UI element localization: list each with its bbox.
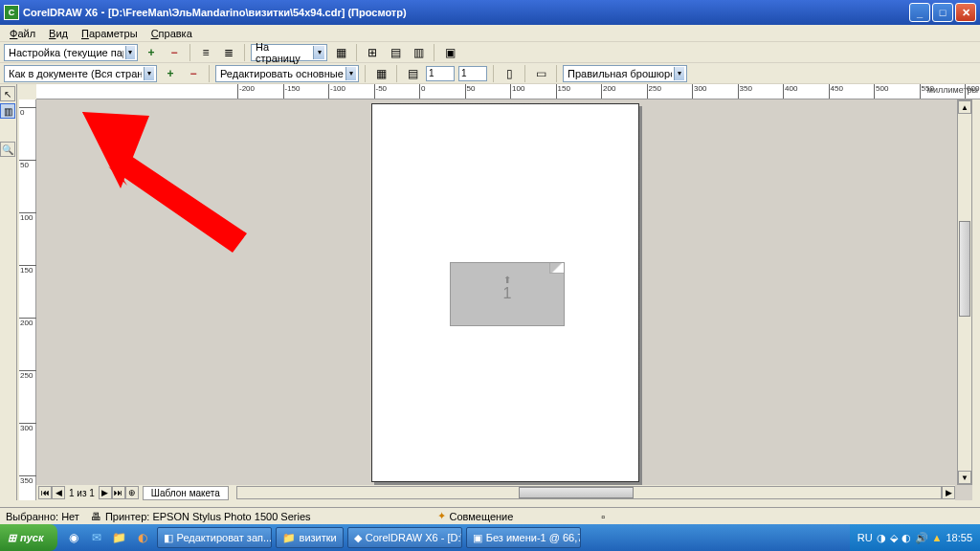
menu-view[interactable]: Вид xyxy=(43,27,74,40)
hint-icon: ✦ xyxy=(437,510,446,522)
card-placeholder[interactable]: ⬆ 1 xyxy=(450,262,565,326)
ruler-vertical: 050100150200250300350 xyxy=(19,99,36,500)
selection-status: Выбранно: Нет xyxy=(6,511,79,522)
booklet-combo[interactable]: Правильная брошюровк▾ xyxy=(563,65,687,82)
menu-file[interactable]: Файл xyxy=(4,27,41,40)
close-button[interactable]: ✕ xyxy=(955,3,976,22)
corel-icon: ◆ xyxy=(354,532,362,544)
task-1[interactable]: ◧Редактироват зап... xyxy=(157,527,272,548)
folder-icon: 📁 xyxy=(282,532,296,544)
add-page-button[interactable]: ⊕ xyxy=(125,486,139,499)
add-button[interactable]: + xyxy=(142,43,161,62)
align-center-icon[interactable]: ≣ xyxy=(219,43,238,62)
ql-icon-3[interactable]: 📁 xyxy=(109,527,130,548)
tool-btn-4[interactable]: ▥ xyxy=(409,43,428,62)
svg-marker-0 xyxy=(82,112,247,253)
tool-btn-1[interactable]: ▦ xyxy=(331,43,350,62)
window-titlebar: C CorelDRAW X6 - [D:\FreeMan\ЭльMandarin… xyxy=(0,0,980,25)
svg-marker-1 xyxy=(82,112,149,188)
preset-combo[interactable]: Настройка (текущие парамет...▾ xyxy=(4,44,138,61)
quick-launch: ◉ ✉ 📁 ◐ xyxy=(63,527,153,548)
page-tab[interactable]: Шаблон макета xyxy=(143,486,229,500)
next-page-button[interactable]: ▶ xyxy=(99,486,112,499)
toolbar-1: Настройка (текущие парамет...▾ + − ≡ ≣ Н… xyxy=(0,42,980,63)
first-page-button[interactable]: ⏮ xyxy=(38,486,52,499)
imposition-tool-icon[interactable]: ▥ xyxy=(0,103,15,119)
printer-status: 🖶 Принтер: EPSON Stylus Photo 1500 Serie… xyxy=(91,511,311,522)
vertical-scrollbar[interactable]: ▲ ▼ xyxy=(957,99,972,485)
zoom-tool-icon[interactable]: 🔍 xyxy=(0,142,15,157)
status-bar: Выбранно: Нет 🖶 Принтер: EPSON Stylus Ph… xyxy=(0,507,980,524)
tool-dock: ↖ ▥ 🔍 xyxy=(0,84,17,500)
ruler-horizontal: миллиметры -200-150-100-5005010015020025… xyxy=(36,84,980,99)
remove-button[interactable]: − xyxy=(165,43,184,62)
annotation-arrow xyxy=(75,104,266,324)
tool-btn-3[interactable]: ▤ xyxy=(386,43,405,62)
task-3[interactable]: ◆CorelDRAW X6 - [D:\... xyxy=(347,527,462,548)
clock[interactable]: 18:55 xyxy=(946,532,972,543)
up-arrow-icon: ⬆ xyxy=(451,275,564,285)
menu-bar: Файл Вид Параметры Справка xyxy=(0,25,980,42)
task-icon: ◧ xyxy=(164,532,173,544)
start-button[interactable]: ⊞ пуск xyxy=(0,524,57,551)
taskbar: ⊞ пуск ◉ ✉ 📁 ◐ ◧Редактироват зап... 📁виз… xyxy=(0,524,980,551)
menu-params[interactable]: Параметры xyxy=(76,27,144,40)
align-left-icon[interactable]: ≡ xyxy=(196,43,215,62)
ql-icon-2[interactable]: ✉ xyxy=(86,527,107,548)
tray-icon-5[interactable]: ▲ xyxy=(932,532,943,543)
task-2[interactable]: 📁визитки xyxy=(276,527,344,548)
tray-icon-2[interactable]: ⬙ xyxy=(890,532,898,544)
tray-icon-4[interactable]: 🔊 xyxy=(915,532,928,544)
rows-spinner[interactable] xyxy=(426,66,455,81)
spread-icon[interactable]: ▭ xyxy=(531,64,550,83)
page-icon[interactable]: ▯ xyxy=(500,64,519,83)
printer-icon: 🖶 xyxy=(91,511,101,522)
hint-status: ✦ Совмещение xyxy=(437,510,514,522)
fit-combo[interactable]: На страницу▾ xyxy=(251,44,327,61)
app-icon: C xyxy=(4,5,19,20)
canvas[interactable]: ⬆ 1 ▲ ▼ ⏮ ◀ 1 из 1 ▶ ⏭ ⊕ Шаблон макета ▶ xyxy=(36,99,972,500)
maximize-button[interactable]: □ xyxy=(932,3,953,22)
windows-logo-icon: ⊞ xyxy=(8,532,16,544)
doc-preset-combo[interactable]: Как в документе (Вся страница)▾ xyxy=(4,65,157,82)
remove-2-button[interactable]: − xyxy=(184,64,203,83)
last-page-button[interactable]: ⏭ xyxy=(112,486,125,499)
grid-icon[interactable]: ▤ xyxy=(403,64,422,83)
task-4[interactable]: ▣Без имени-1 @ 66,7... xyxy=(466,527,581,548)
window-title: CorelDRAW X6 - [D:\FreeMan\ЭльMandarino\… xyxy=(23,6,909,19)
toolbar-2: Как в документе (Вся страница)▾ + − Реда… xyxy=(0,63,980,84)
page-navigator: ⏮ ◀ 1 из 1 ▶ ⏭ ⊕ Шаблон макета ▶ xyxy=(36,485,955,500)
tray-icon-1[interactable]: ◑ xyxy=(877,532,886,544)
page-counter: 1 из 1 xyxy=(65,488,99,498)
marker-icon: ▫ xyxy=(601,511,605,522)
card-number: 1 xyxy=(451,285,564,302)
scroll-up-icon[interactable]: ▲ xyxy=(958,100,971,114)
menu-help[interactable]: Справка xyxy=(145,27,198,40)
ql-icon-1[interactable]: ◉ xyxy=(63,527,84,548)
ql-icon-4[interactable]: ◐ xyxy=(132,527,153,548)
scroll-right-icon[interactable]: ▶ xyxy=(942,486,955,499)
horizontal-scrollbar[interactable] xyxy=(236,486,942,499)
cols-spinner[interactable] xyxy=(458,66,487,81)
lang-indicator[interactable]: RU xyxy=(858,532,873,543)
system-tray: RU ◑ ⬙ ◐ 🔊 ▲ 18:55 xyxy=(850,524,980,551)
layout-icon[interactable]: ▦ xyxy=(371,64,390,83)
ps-icon: ▣ xyxy=(473,532,482,544)
tool-btn-5[interactable]: ▣ xyxy=(440,43,459,62)
edit-base-combo[interactable]: Редактировать основные пар▾ xyxy=(215,65,359,82)
pick-tool-icon[interactable]: ↖ xyxy=(0,86,15,101)
scroll-down-icon[interactable]: ▼ xyxy=(958,471,971,484)
prev-page-button[interactable]: ◀ xyxy=(52,486,65,499)
tray-icon-3[interactable]: ◐ xyxy=(902,532,911,544)
minimize-button[interactable]: _ xyxy=(909,3,930,22)
workspace: ↖ ▥ 🔍 050100150200250300350 ⬆ 1 ▲ ▼ ⏮ ◀ … xyxy=(19,99,972,500)
tool-btn-2[interactable]: ⊞ xyxy=(363,43,382,62)
add-2-button[interactable]: + xyxy=(161,64,180,83)
